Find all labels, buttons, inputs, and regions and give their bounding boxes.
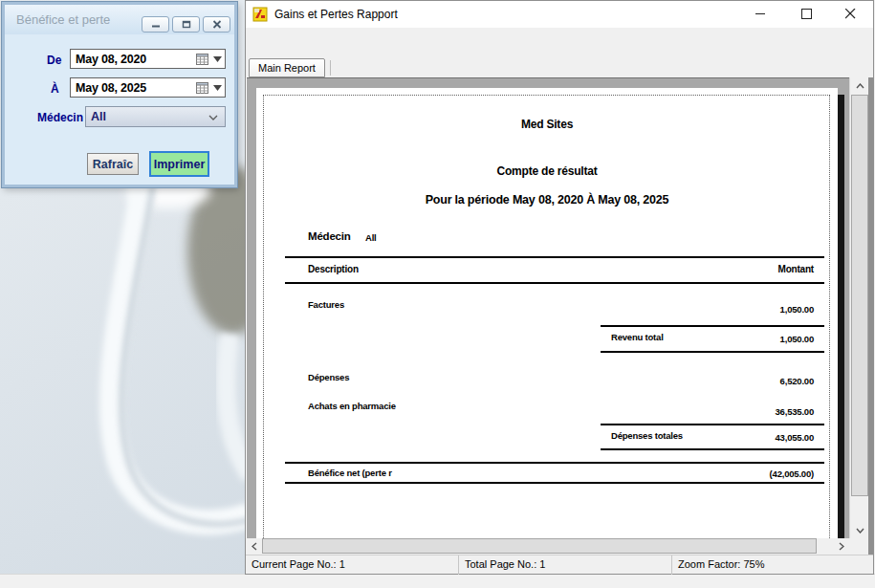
subtotal-value: 1,050.00 <box>543 334 814 344</box>
row-label: Dépenses <box>308 372 349 382</box>
refresh-button[interactable]: Rafraîc <box>87 153 139 175</box>
calendar-icon[interactable] <box>196 81 208 94</box>
close-icon <box>845 9 856 19</box>
horizontal-scrollbar[interactable] <box>246 538 849 555</box>
window-titlebar: Gains et Pertes Rapport <box>246 1 873 28</box>
rule-subtotal-bottom <box>601 448 824 450</box>
minimize-icon <box>755 9 766 19</box>
chevron-left-icon <box>252 542 257 551</box>
rule-subtotal-top <box>601 325 824 327</box>
restore-icon <box>182 20 191 29</box>
profit-loss-dialog: Bénéfice et perte De May 08, 2020 À May … <box>2 2 237 187</box>
to-date-label: À <box>51 82 59 96</box>
report-tabbar: Main Report <box>246 56 873 77</box>
tab-separator <box>330 60 331 76</box>
doctor-selected-value: All <box>91 110 106 123</box>
to-date-value: May 08, 2025 <box>76 81 146 95</box>
dialog-titlebar: Bénéfice et perte <box>5 5 234 34</box>
window-right-frame <box>868 77 873 555</box>
row-value: 36,535.00 <box>543 406 814 417</box>
total-label: Bénéfice net (perte r <box>308 468 392 478</box>
chevron-up-icon <box>856 83 864 89</box>
close-button[interactable] <box>831 1 869 27</box>
total-value: (42,005.00) <box>543 468 814 479</box>
tab-main-report[interactable]: Main Report <box>249 58 325 77</box>
from-date-value: May 08, 2020 <box>76 53 146 66</box>
chevron-down-icon <box>856 528 864 534</box>
scroll-left-button[interactable] <box>246 538 262 555</box>
dialog-restore-button[interactable] <box>172 16 200 33</box>
vertical-scrollbar[interactable] <box>849 77 868 538</box>
from-date-field[interactable]: May 08, 2020 <box>70 49 226 69</box>
row-value: 6,520.00 <box>543 376 814 386</box>
report-page: Med Sites Compte de résultat Pour la pér… <box>256 88 838 538</box>
crystal-reports-app-icon <box>252 7 268 22</box>
rule-header-top <box>285 256 824 258</box>
rule-total-bottom <box>285 482 824 484</box>
dropdown-caret-icon[interactable] <box>213 85 222 91</box>
row-value: 1,050.00 <box>543 304 814 315</box>
report-title: Compte de résultat <box>256 164 838 178</box>
maximize-icon <box>801 9 812 19</box>
scroll-right-button[interactable] <box>833 538 849 555</box>
report-company: Med Sites <box>256 118 838 131</box>
doctor-label: Médecin <box>37 111 83 124</box>
maximize-button[interactable] <box>787 1 825 27</box>
status-current-page: Current Page No.: 1 <box>252 558 345 570</box>
dropdown-caret-icon[interactable] <box>213 56 222 62</box>
chevron-right-icon <box>839 542 844 551</box>
status-separator <box>458 555 459 575</box>
rule-subtotal-bottom <box>601 351 824 353</box>
status-bar: Current Page No.: 1 Total Page No.: 1 Zo… <box>246 555 873 574</box>
rule-header-bottom <box>285 282 824 284</box>
rule-subtotal-top <box>601 424 824 425</box>
subtotal-value: 43,055.00 <box>543 432 814 443</box>
calendar-icon[interactable] <box>196 53 208 65</box>
vertical-scroll-thumb[interactable] <box>851 95 868 496</box>
close-icon <box>212 20 222 29</box>
dialog-minimize-button[interactable] <box>142 16 169 33</box>
minimize-icon <box>151 20 161 29</box>
report-period: Pour la période May 08, 2020 À May 08, 2… <box>256 193 838 207</box>
chevron-down-icon <box>208 115 218 120</box>
column-amount: Montant <box>543 264 814 274</box>
report-doctor-label: Médecin <box>308 230 351 242</box>
dialog-title: Bénéfice et perte <box>16 12 110 27</box>
doctor-select[interactable]: All <box>85 106 226 127</box>
scroll-up-button[interactable] <box>851 77 868 94</box>
scrollbar-corner <box>849 538 868 555</box>
dialog-close-button[interactable] <box>203 16 230 33</box>
report-viewer: Med Sites Compte de résultat Pour la pér… <box>247 77 849 538</box>
to-date-field[interactable]: May 08, 2025 <box>70 77 226 98</box>
scroll-down-button[interactable] <box>851 522 868 538</box>
viewer-toolbar: (?) /1 <box>246 28 873 56</box>
status-zoom-factor: Zoom Factor: 75% <box>678 558 764 570</box>
from-date-label: De <box>47 54 61 67</box>
row-label: Factures <box>308 299 344 310</box>
report-window: Gains et Pertes Rapport <box>245 0 874 575</box>
print-button-label: Imprimer <box>154 158 206 171</box>
minimize-button[interactable] <box>741 1 779 27</box>
refresh-button-label: Rafraîc <box>93 158 133 171</box>
column-description: Description <box>308 264 359 274</box>
status-separator <box>671 555 672 575</box>
parent-status-strip <box>0 574 875 588</box>
horizontal-scroll-thumb[interactable] <box>262 538 817 554</box>
tab-main-report-label: Main Report <box>258 62 316 74</box>
row-label: Achats en pharmacie <box>308 401 396 411</box>
window-title: Gains et Pertes Rapport <box>274 8 398 21</box>
report-doctor-value: All <box>365 232 377 243</box>
status-total-page: Total Page No.: 1 <box>465 558 545 570</box>
print-report-button[interactable]: Imprimer <box>149 151 209 177</box>
rule-total-top <box>285 462 824 464</box>
